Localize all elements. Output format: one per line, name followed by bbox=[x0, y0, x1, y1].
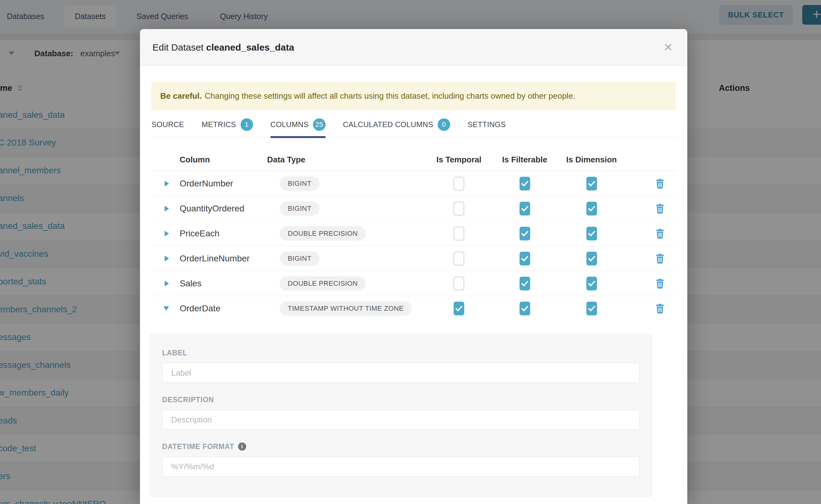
is-filterable-checkbox[interactable] bbox=[520, 202, 530, 215]
column-name: Sales bbox=[173, 279, 267, 289]
data-type-header: Data Type bbox=[267, 155, 427, 171]
datetime-format-field-label: DATETIME FORMAT i bbox=[162, 442, 640, 452]
is-temporal-checkbox[interactable] bbox=[454, 202, 464, 215]
data-type-pill: TIMESTAMP WITHOUT TIME ZONE bbox=[279, 301, 412, 316]
column-name: OrderDate bbox=[173, 304, 267, 314]
data-type-pill: DOUBLE PRECISION bbox=[279, 226, 366, 241]
expand-caret-icon[interactable] bbox=[165, 231, 169, 236]
expand-caret-icon[interactable] bbox=[165, 256, 169, 261]
tab-source[interactable]: SOURCE bbox=[151, 118, 184, 137]
delete-column-trash-icon[interactable] bbox=[656, 204, 664, 214]
column-row: SalesDOUBLE PRECISION bbox=[151, 271, 676, 296]
tab-count-badge: 25 bbox=[313, 118, 325, 131]
column-row: OrderNumberBIGINT bbox=[151, 171, 676, 196]
data-type-pill: DOUBLE PRECISION bbox=[279, 276, 366, 291]
is-dimension-header: Is Dimension bbox=[566, 155, 617, 171]
delete-column-trash-icon[interactable] bbox=[656, 304, 664, 314]
expand-caret-icon[interactable] bbox=[165, 181, 169, 186]
is-temporal-checkbox[interactable] bbox=[454, 302, 464, 315]
tab-calculated-columns[interactable]: CALCULATED COLUMNS0 bbox=[343, 118, 450, 137]
modal-tabs: SOURCEMETRICS1COLUMNS25CALCULATED COLUMN… bbox=[151, 118, 676, 137]
columns-table-body: OrderNumberBIGINTQuantityOrderedBIGINTPr… bbox=[140, 171, 687, 321]
close-icon[interactable]: ✕ bbox=[664, 42, 673, 53]
info-icon[interactable]: i bbox=[238, 442, 246, 451]
column-name: PriceEach bbox=[173, 229, 267, 239]
tab-columns[interactable]: COLUMNS25 bbox=[270, 118, 325, 137]
tab-count-badge: 1 bbox=[240, 118, 253, 131]
tab-settings[interactable]: SETTINGS bbox=[468, 118, 506, 137]
column-detail-panel: LABEL DESCRIPTION DATETIME FORMAT i bbox=[149, 334, 652, 497]
modal-title: Edit Dataset cleaned_sales_data bbox=[152, 42, 294, 53]
expand-caret-icon[interactable] bbox=[165, 281, 169, 286]
delete-column-trash-icon[interactable] bbox=[656, 179, 664, 189]
datetime-format-input[interactable] bbox=[162, 457, 640, 477]
column-row: OrderLineNumberBIGINT bbox=[151, 246, 676, 271]
modal-title-prefix: Edit Dataset bbox=[152, 42, 203, 52]
edit-dataset-modal: Edit Dataset cleaned_sales_data ✕ Be car… bbox=[140, 29, 687, 504]
delete-column-trash-icon[interactable] bbox=[656, 279, 664, 289]
modal-header: Edit Dataset cleaned_sales_data ✕ bbox=[140, 29, 687, 66]
tab-count-badge: 0 bbox=[438, 118, 450, 131]
tab-label: SETTINGS bbox=[468, 120, 506, 129]
warning-text: Changing these settings will affect all … bbox=[205, 91, 575, 101]
collapse-caret-icon[interactable] bbox=[163, 306, 169, 311]
is-temporal-checkbox[interactable] bbox=[454, 227, 464, 240]
is-dimension-checkbox[interactable] bbox=[586, 302, 597, 315]
column-row: QuantityOrderedBIGINT bbox=[151, 196, 676, 221]
tab-label: CALCULATED COLUMNS bbox=[343, 120, 433, 129]
data-type-pill: BIGINT bbox=[279, 251, 319, 266]
is-dimension-checkbox[interactable] bbox=[586, 277, 597, 290]
screen: DatabasesDatasetsSaved QueriesQuery Hist… bbox=[0, 0, 821, 504]
column-name: OrderLineNumber bbox=[173, 254, 267, 264]
data-type-pill: BIGINT bbox=[279, 176, 319, 191]
label-input[interactable] bbox=[162, 363, 640, 383]
is-filterable-checkbox[interactable] bbox=[520, 252, 530, 265]
tab-metrics[interactable]: METRICS1 bbox=[201, 118, 253, 137]
expand-caret-icon[interactable] bbox=[165, 206, 169, 211]
label-field-label: LABEL bbox=[162, 348, 640, 358]
columns-table-header: Column Data Type Is Temporal Is Filterab… bbox=[151, 137, 676, 171]
description-field-label: DESCRIPTION bbox=[162, 395, 640, 405]
is-filterable-checkbox[interactable] bbox=[520, 177, 530, 190]
is-filterable-header: Is Filterable bbox=[502, 155, 547, 171]
column-name: OrderNumber bbox=[173, 179, 267, 189]
is-filterable-checkbox[interactable] bbox=[520, 277, 530, 290]
delete-column-trash-icon[interactable] bbox=[656, 229, 664, 239]
warning-banner: Be careful. Changing these settings will… bbox=[151, 82, 676, 110]
tab-label: SOURCE bbox=[151, 120, 184, 129]
is-filterable-checkbox[interactable] bbox=[520, 302, 530, 315]
is-temporal-header: Is Temporal bbox=[437, 155, 482, 171]
is-dimension-checkbox[interactable] bbox=[586, 227, 597, 240]
spacer bbox=[625, 165, 676, 171]
is-temporal-checkbox[interactable] bbox=[454, 252, 464, 265]
is-dimension-checkbox[interactable] bbox=[586, 202, 597, 215]
tab-label: METRICS bbox=[201, 120, 236, 129]
modal-dataset-name: cleaned_sales_data bbox=[206, 42, 294, 52]
column-row: OrderDateTIMESTAMP WITHOUT TIME ZONE bbox=[151, 296, 676, 321]
delete-column-trash-icon[interactable] bbox=[656, 254, 664, 264]
column-name: QuantityOrdered bbox=[173, 204, 267, 214]
is-filterable-checkbox[interactable] bbox=[520, 227, 530, 240]
warning-bold: Be careful. bbox=[160, 91, 202, 101]
is-temporal-checkbox[interactable] bbox=[454, 177, 464, 190]
column-header: Column bbox=[173, 155, 267, 171]
description-input[interactable] bbox=[162, 410, 640, 430]
data-type-pill: BIGINT bbox=[279, 201, 319, 216]
is-temporal-checkbox[interactable] bbox=[454, 277, 464, 290]
column-row: PriceEachDOUBLE PRECISION bbox=[151, 221, 676, 246]
is-dimension-checkbox[interactable] bbox=[586, 177, 597, 190]
spacer bbox=[151, 165, 173, 171]
tab-label: COLUMNS bbox=[270, 120, 309, 129]
datetime-format-text: DATETIME FORMAT bbox=[162, 442, 234, 451]
is-dimension-checkbox[interactable] bbox=[586, 252, 597, 265]
